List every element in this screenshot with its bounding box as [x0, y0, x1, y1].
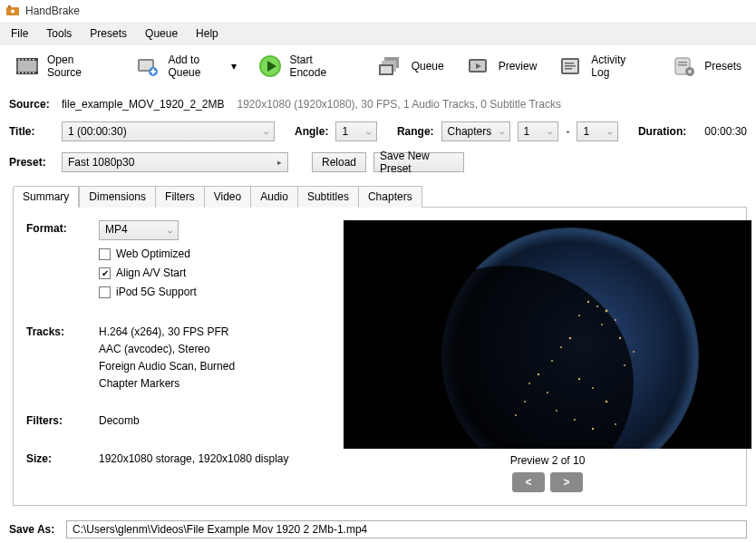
size-label: Size:	[26, 451, 99, 468]
align-av-checkbox[interactable]: ✔	[99, 267, 111, 279]
svg-rect-21	[150, 71, 156, 73]
svg-point-46	[587, 301, 589, 303]
preview-caption: Preview 2 of 10	[510, 454, 586, 467]
svg-point-65	[515, 414, 517, 416]
svg-rect-38	[678, 62, 687, 63]
tracks-line-3: Foreign Audio Scan, Burned	[99, 358, 325, 375]
range-label: Range:	[397, 125, 434, 138]
svg-rect-7	[18, 59, 20, 61]
svg-rect-34	[565, 63, 574, 64]
open-source-button[interactable]: Open Source	[5, 50, 111, 82]
angle-value: 1	[342, 125, 348, 138]
save-new-preset-button[interactable]: Save New Preset	[373, 152, 464, 172]
format-label: Format:	[26, 220, 99, 304]
range-dash: -	[566, 125, 569, 138]
preset-select[interactable]: Fast 1080p30 ▸	[62, 152, 288, 172]
svg-rect-16	[33, 73, 34, 74]
chevron-down-icon: ⌵	[168, 224, 172, 237]
source-label: Source:	[9, 98, 54, 111]
reload-button[interactable]: Reload	[312, 152, 366, 172]
svg-point-50	[601, 324, 603, 325]
svg-point-48	[606, 310, 608, 313]
tab-audio[interactable]: Audio	[251, 186, 298, 208]
tracks-line-4: Chapter Markers	[99, 375, 325, 393]
align-av-label: Align A/V Start	[116, 265, 186, 282]
open-source-label: Open Source	[47, 53, 102, 79]
menu-file[interactable]: File	[2, 24, 37, 43]
svg-point-54	[551, 360, 553, 362]
preview-button[interactable]: Preview	[457, 51, 547, 82]
activity-log-label: Activity Log	[591, 53, 638, 79]
preset-value: Fast 1080p30	[68, 156, 134, 169]
svg-rect-35	[565, 65, 576, 67]
tab-video[interactable]: Video	[205, 186, 251, 208]
svg-rect-28	[381, 66, 392, 73]
svg-point-66	[556, 410, 557, 412]
chevron-right-icon: ▸	[277, 158, 282, 167]
save-as-field[interactable]: C:\Users\glenm\Videos\File Example Mov 1…	[66, 520, 747, 538]
range-start-select[interactable]: 1 ⌵	[518, 121, 559, 141]
app-title: HandBrake	[25, 5, 80, 17]
svg-rect-39	[678, 64, 687, 66]
add-to-queue-button[interactable]: Add to Queue ▾	[126, 50, 246, 82]
svg-point-2	[11, 10, 15, 14]
svg-point-51	[578, 315, 580, 316]
summary-left-column: Format: MP4 ⌵ Web Optimized ✔ Align A/V …	[26, 220, 325, 492]
activity-log-button[interactable]: Activity Log	[549, 50, 647, 82]
preview-prev-button[interactable]: <	[512, 472, 545, 492]
tab-summary[interactable]: Summary	[13, 186, 79, 208]
svg-point-69	[615, 423, 616, 425]
toolbar: Open Source Add to Queue ▾ Start Encode	[0, 46, 756, 87]
title-select[interactable]: 1 (00:00:30) ⌵	[62, 121, 275, 141]
tab-chapters[interactable]: Chapters	[359, 186, 422, 208]
menu-presets[interactable]: Presets	[81, 24, 136, 43]
svg-point-53	[560, 346, 562, 348]
tab-subtitles[interactable]: Subtitles	[298, 186, 359, 208]
menu-help[interactable]: Help	[187, 24, 228, 43]
range-type-select[interactable]: Chapters ⌵	[441, 121, 510, 141]
title-bar: HandBrake	[0, 0, 756, 22]
range-end-select[interactable]: 1 ⌵	[577, 121, 618, 141]
web-optimized-checkbox[interactable]	[99, 248, 111, 260]
presets-label: Presets	[704, 60, 741, 73]
add-to-queue-icon	[135, 54, 160, 78]
filters-value: Decomb	[99, 412, 325, 430]
angle-select[interactable]: 1 ⌵	[335, 121, 377, 141]
preview-next-button[interactable]: >	[550, 472, 583, 492]
tab-strip: Summary Dimensions Filters Video Audio S…	[13, 185, 747, 208]
tab-filters[interactable]: Filters	[156, 186, 205, 208]
svg-rect-13	[22, 73, 24, 74]
duration-label: Duration:	[638, 125, 686, 138]
svg-point-59	[592, 387, 594, 389]
format-select[interactable]: MP4 ⌵	[99, 220, 179, 240]
menu-tools[interactable]: Tools	[37, 24, 81, 43]
menu-queue[interactable]: Queue	[136, 24, 187, 43]
svg-point-49	[615, 319, 616, 321]
chevron-down-icon: ⌵	[366, 127, 371, 136]
ipod-checkbox[interactable]	[99, 286, 111, 298]
format-value: MP4	[105, 221, 128, 238]
title-select-value: 1 (00:00:30)	[68, 125, 127, 138]
start-encode-button[interactable]: Start Encode	[249, 50, 354, 82]
svg-point-57	[547, 392, 548, 393]
svg-point-61	[624, 364, 625, 366]
chevron-down-icon[interactable]: ▾	[231, 60, 237, 73]
preview-column: Preview 2 of 10 < >	[344, 220, 751, 492]
tab-dimensions[interactable]: Dimensions	[79, 186, 156, 208]
tab-panel-summary: Format: MP4 ⌵ Web Optimized ✔ Align A/V …	[13, 208, 747, 506]
svg-rect-10	[29, 59, 31, 61]
size-value: 1920x1080 storage, 1920x1080 display	[99, 451, 325, 468]
svg-point-68	[592, 428, 594, 430]
svg-rect-9	[25, 59, 27, 61]
source-info: 1920x1080 (1920x1080), 30 FPS, 1 Audio T…	[237, 98, 561, 111]
save-as-label: Save As:	[9, 523, 59, 536]
angle-label: Angle:	[295, 125, 328, 138]
queue-button[interactable]: Queue	[370, 51, 453, 82]
save-as-value: C:\Users\glenm\Videos\File Example Mov 1…	[73, 523, 367, 536]
presets-button[interactable]: Presets	[663, 51, 751, 82]
range-start-value: 1	[524, 125, 530, 138]
save-as-row: Save As: C:\Users\glenm\Videos\File Exam…	[0, 515, 756, 543]
chevron-down-icon: ⌵	[607, 127, 612, 136]
range-type-value: Chapters	[448, 125, 492, 138]
film-icon	[15, 54, 40, 78]
